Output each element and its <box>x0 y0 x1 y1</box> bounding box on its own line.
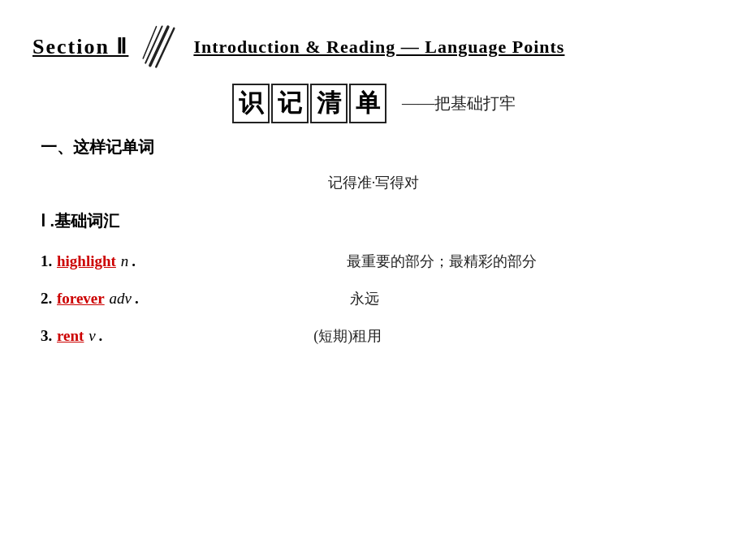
vocab-char-1: 识 <box>232 84 270 123</box>
vocab-title-box: 识 记 清 单 <box>231 84 387 123</box>
vocab-num-1: 1. <box>41 252 57 270</box>
vocab-char-4: 单 <box>349 84 386 123</box>
vocab-meaning-1: 最重要的部分；最精彩的部分 <box>347 252 537 271</box>
vocab-pos-1: n <box>117 252 128 270</box>
vocab-meaning-3: (短期)租用 <box>313 326 382 346</box>
vocab-list: 1. highlight n . 最重要的部分；最精彩的部分 2. foreve… <box>41 252 715 346</box>
vocab-word-1: highlight <box>57 252 116 270</box>
header-row: Section Ⅱ Introduction & Reading — Langu… <box>32 24 715 69</box>
vocab-item-1: 1. highlight n . 最重要的部分；最精彩的部分 <box>41 252 715 271</box>
vocab-num-3: 3. <box>41 327 57 345</box>
vocab-char-3: 清 <box>310 84 348 123</box>
vocab-word-2: forever <box>57 290 105 308</box>
section-label: Section Ⅱ <box>32 34 128 59</box>
header-title-right: Introduction & Reading — Language Points <box>193 37 715 58</box>
vocab-section-label: Ⅰ .基础词汇 <box>41 210 715 232</box>
vocab-word-3: rent <box>57 327 84 345</box>
vocab-subtitle: ——把基础打牢 <box>402 93 516 114</box>
vocab-pos-2: adv <box>106 290 132 308</box>
vocab-meaning-2: 永远 <box>350 289 379 308</box>
vocab-dot-3: . <box>99 327 103 345</box>
section-one-heading: 一、这样记单词 <box>41 136 715 158</box>
vocab-item-2: 2. forever adv . 永远 <box>41 289 715 308</box>
vocab-dot-2: . <box>135 290 139 308</box>
vocab-pos-3: v <box>84 327 95 345</box>
page: Section Ⅱ Introduction & Reading — Langu… <box>0 0 747 560</box>
vocab-num-2: 2. <box>41 290 57 308</box>
memory-tip: 记得准·写得对 <box>32 173 715 192</box>
vocab-char-2: 记 <box>271 84 309 123</box>
vocab-title-row: 识 记 清 单 ——把基础打牢 <box>32 84 715 123</box>
vocab-dot-1: . <box>132 252 136 270</box>
brush-icon <box>136 24 185 69</box>
vocab-item-3: 3. rent v . (短期)租用 <box>41 326 715 346</box>
